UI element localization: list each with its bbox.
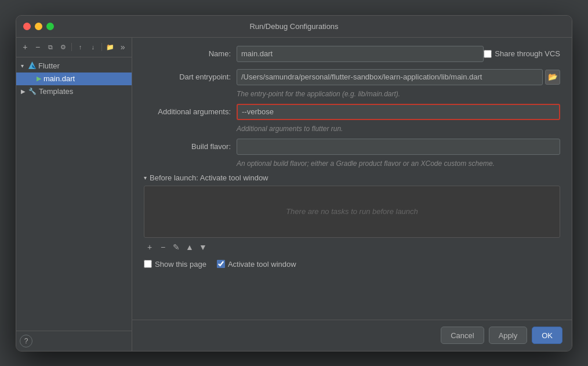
dart-entrypoint-input[interactable] (237, 69, 543, 85)
footer: Cancel Apply OK (132, 320, 572, 351)
tasks-placeholder: There are no tasks to run before launch (286, 207, 418, 216)
tasks-remove-button[interactable]: − (157, 241, 169, 253)
sidebar-item-templates[interactable]: ▶ 🔧 Templates (16, 85, 132, 98)
dart-entrypoint-browse-button[interactable]: 📂 (545, 70, 560, 85)
tasks-add-button[interactable]: + (144, 241, 155, 253)
dart-entrypoint-label: Dart entrypoint: (144, 73, 237, 81)
before-launch-section: ▾ Before launch: Activate tool window Th… (144, 173, 560, 253)
help-button[interactable]: ? (20, 335, 32, 347)
tasks-down-button[interactable]: ▼ (197, 241, 209, 253)
form-area: Name: Share through VCS Dart entrypoint:… (132, 38, 572, 320)
apply-button[interactable]: Apply (489, 327, 528, 344)
maximize-button[interactable] (46, 23, 54, 30)
window-title: Run/Debug Configurations (249, 22, 338, 31)
sidebar-toolbar: + − ⧉ ⚙ ↑ ↓ 📁 » (16, 38, 132, 57)
checkboxes-row: Show this page Activate tool window (144, 260, 560, 269)
additional-args-input[interactable] (237, 104, 560, 120)
flutter-icon (28, 61, 36, 71)
run-icon: ▶ (37, 75, 41, 82)
move-up-button[interactable]: ↑ (75, 41, 86, 53)
dart-entrypoint-hint: The entry-point for the application (e.g… (237, 90, 560, 98)
close-button[interactable] (23, 23, 31, 30)
tasks-panel: There are no tasks to run before launch (144, 186, 560, 238)
templates-label: Templates (39, 87, 73, 96)
flutter-expand-arrow: ▾ (21, 63, 27, 69)
build-flavor-row: Build flavor: (144, 139, 560, 155)
additional-args-label: Additional arguments: (144, 107, 237, 116)
activate-tool-checkbox[interactable] (217, 260, 225, 268)
build-flavor-input[interactable] (237, 139, 560, 155)
main-dart-label: main.dart (43, 74, 75, 83)
build-flavor-label: Build flavor: (144, 142, 237, 151)
remove-config-button[interactable]: − (32, 41, 43, 53)
templates-expand-arrow: ▶ (21, 88, 27, 95)
before-launch-label: Before launch: Activate tool window (150, 173, 268, 182)
share-checkbox[interactable] (484, 50, 492, 58)
ok-button[interactable]: OK (532, 327, 562, 344)
activate-tool-checkbox-item: Activate tool window (217, 260, 296, 269)
tasks-up-button[interactable]: ▲ (184, 241, 195, 253)
name-row: Name: Share through VCS (144, 46, 560, 62)
toolbar-separator (71, 43, 72, 51)
name-label: Name: (144, 49, 237, 58)
activate-tool-label: Activate tool window (228, 260, 296, 269)
flutter-label: Flutter (38, 61, 60, 70)
minimize-button[interactable] (35, 23, 42, 30)
before-launch-arrow: ▾ (144, 175, 147, 181)
main-window: Run/Debug Configurations + − ⧉ ⚙ ↑ ↓ 📁 »… (16, 15, 572, 351)
sidebar: + − ⧉ ⚙ ↑ ↓ 📁 » ▾ (16, 38, 132, 351)
before-launch-header[interactable]: ▾ Before launch: Activate tool window (144, 173, 560, 182)
name-input[interactable] (237, 46, 484, 62)
show-page-checkbox-item: Show this page (144, 260, 206, 269)
add-config-button[interactable]: + (20, 41, 31, 53)
folder-button[interactable]: 📁 (104, 41, 115, 53)
main-content: + − ⧉ ⚙ ↑ ↓ 📁 » ▾ (16, 38, 572, 351)
additional-args-row: Additional arguments: (144, 104, 560, 120)
show-page-label: Show this page (155, 260, 206, 269)
tasks-toolbar: + − ✎ ▲ ▼ (144, 241, 560, 253)
sidebar-bottom: ? (16, 331, 132, 351)
additional-args-hint: Additional arguments to flutter run. (237, 125, 560, 133)
footer-right: Cancel Apply OK (441, 327, 562, 344)
dart-entrypoint-field-wrap: 📂 (237, 69, 560, 85)
cancel-button[interactable]: Cancel (441, 327, 484, 344)
additional-args-field-wrap (237, 104, 560, 120)
show-page-checkbox[interactable] (144, 260, 152, 268)
wrench-icon: 🔧 (28, 88, 37, 95)
right-panel: Name: Share through VCS Dart entrypoint:… (132, 38, 572, 351)
sidebar-item-flutter[interactable]: ▾ Flutter (16, 60, 132, 73)
more-button[interactable]: » (117, 41, 128, 53)
sidebar-tree: ▾ Flutter ▶ main.dart (16, 57, 132, 331)
title-bar: Run/Debug Configurations (16, 16, 572, 38)
build-flavor-field-wrap (237, 139, 560, 155)
toolbar-separator-2 (101, 43, 102, 51)
share-label-text: Share through VCS (495, 49, 560, 58)
share-label-wrap: Share through VCS (484, 49, 560, 58)
folder-icon: 📂 (548, 73, 558, 81)
tasks-edit-button[interactable]: ✎ (170, 241, 182, 253)
settings-button[interactable]: ⚙ (57, 41, 68, 53)
dart-entrypoint-row: Dart entrypoint: 📂 (144, 69, 560, 85)
traffic-lights (23, 23, 54, 30)
move-down-button[interactable]: ↓ (88, 41, 99, 53)
build-flavor-hint: An optional build flavor; either a Gradl… (237, 160, 560, 168)
copy-config-button[interactable]: ⧉ (45, 41, 56, 53)
sidebar-item-main-dart[interactable]: ▶ main.dart (16, 73, 132, 85)
